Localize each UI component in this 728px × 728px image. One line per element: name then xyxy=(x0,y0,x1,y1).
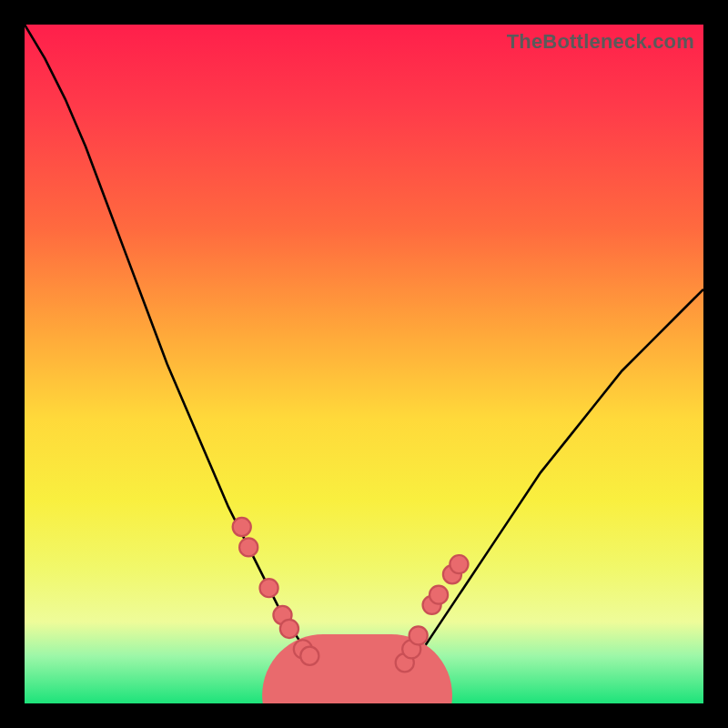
data-marker xyxy=(233,518,251,536)
data-marker xyxy=(450,555,468,573)
chart-plot-area: TheBottleneck.com xyxy=(25,25,703,703)
data-marker xyxy=(280,620,298,638)
data-marker xyxy=(410,626,428,644)
chart-frame: TheBottleneck.com xyxy=(0,0,728,728)
markers-left-group xyxy=(233,518,319,665)
data-marker xyxy=(239,538,258,556)
data-marker xyxy=(430,586,448,604)
chart-svg xyxy=(25,25,703,703)
data-marker xyxy=(259,579,278,597)
data-marker xyxy=(300,647,318,665)
bottleneck-curve-path xyxy=(25,25,703,697)
